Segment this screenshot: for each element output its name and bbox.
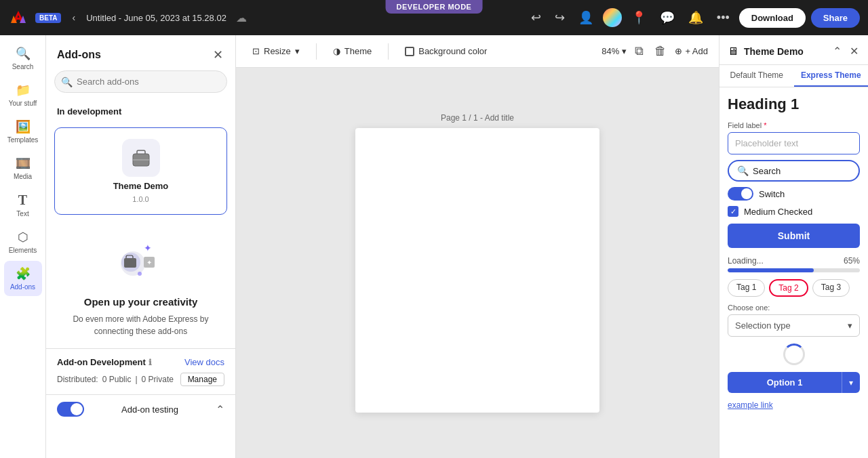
creativity-section: ✦ ✦ Open up your creativity Do even more…	[46, 220, 235, 348]
theme-button[interactable]: ◑ Theme	[328, 43, 377, 59]
tags-row: Tag 1 Tag 2 Tag 3	[728, 279, 860, 297]
tag-1[interactable]: Tag 1	[728, 279, 765, 297]
beta-badge: BETA	[35, 13, 61, 23]
canvas-body: Page 1 / 1 - Add title	[236, 68, 719, 458]
placeholder-input[interactable]	[728, 132, 860, 154]
theme-demo-addon-card[interactable]: Theme Demo 1.0.0	[54, 127, 227, 215]
panel-title: Theme Demo	[744, 46, 826, 57]
sidebar-item-your-stuff[interactable]: 📁 Your stuff	[4, 77, 42, 112]
tag-2[interactable]: Tag 2	[769, 279, 808, 297]
addons-header: Add-ons ✕	[46, 35, 235, 70]
zoom-control[interactable]: 84% ▾	[601, 46, 627, 56]
toolbar-right: 84% ▾ ⧉ 🗑 ⊕ + Add	[601, 41, 708, 61]
addons-title: Add-ons	[57, 49, 101, 61]
location-icon-btn[interactable]: 📍	[627, 6, 650, 29]
switch-row: Switch	[728, 187, 860, 201]
panel-close-button[interactable]: ✕	[848, 43, 860, 59]
creativity-illustration: ✦ ✦	[114, 236, 168, 291]
tab-default-theme[interactable]: Default Theme	[719, 65, 794, 87]
addon-testing-toggle[interactable]	[57, 402, 84, 417]
example-link[interactable]: example link	[728, 400, 773, 410]
undo-button[interactable]: ↩	[527, 6, 545, 29]
resize-button[interactable]: ⊡ Resize ▾	[247, 43, 305, 59]
in-development-label: In development	[46, 101, 235, 122]
addon-briefcase-icon	[127, 144, 155, 171]
addon-dev-section: Add-on Development ℹ View docs Distribut…	[46, 348, 235, 394]
addon-version: 1.0.0	[132, 195, 149, 203]
redo-button[interactable]: ↪	[551, 6, 569, 29]
manage-button[interactable]: Manage	[180, 373, 224, 386]
svg-point-9	[138, 272, 142, 276]
delete-page-button[interactable]: 🗑	[652, 41, 669, 61]
expand-toggle-button[interactable]: ⌃	[216, 403, 224, 416]
comment-icon-btn[interactable]: 💬	[656, 6, 679, 29]
dev-mode-badge: DEVELOPER MODE	[386, 0, 483, 14]
search-field[interactable]: 🔍 Search	[728, 160, 860, 182]
submit-button[interactable]: Submit	[728, 224, 860, 248]
creativity-title: Open up your creativity	[84, 296, 198, 308]
select-chevron-icon: ▾	[848, 320, 852, 331]
back-button[interactable]: ‹	[68, 9, 79, 26]
loading-percent: 65%	[844, 256, 860, 266]
resize-chevron-icon: ▾	[295, 46, 300, 56]
option1-button[interactable]: Option 1	[728, 372, 842, 393]
addons-icon: 🧩	[16, 266, 31, 281]
addons-panel: Add-ons ✕ 🔍 In development Theme Demo 1.…	[46, 35, 236, 458]
share-button[interactable]: Share	[811, 8, 860, 28]
addons-search-wrapper: 🔍	[54, 70, 227, 93]
media-icon: 🎞️	[16, 156, 31, 171]
sidebar-item-media[interactable]: 🎞️ Media	[4, 150, 42, 186]
switch-knob	[741, 188, 752, 199]
addon-dev-header: Add-on Development ℹ View docs	[57, 357, 224, 367]
split-arrow-button[interactable]: ▾	[842, 372, 860, 393]
document-title: Untitled - June 05, 2023 at 15.28.02	[86, 13, 226, 23]
creativity-desc: Do even more with Adobe Express by conne…	[57, 313, 224, 337]
addon-name: Theme Demo	[113, 181, 169, 191]
info-icon[interactable]: ℹ	[149, 358, 152, 367]
addon-icon	[122, 139, 160, 177]
avatar	[603, 8, 622, 27]
sidebar-item-elements[interactable]: ⬡ Elements	[4, 224, 42, 259]
sidebar-item-search[interactable]: 🔍 Search	[4, 41, 42, 76]
progress-bar	[728, 268, 860, 272]
theme-icon: ◑	[333, 46, 340, 56]
addon-testing-row: Add-on testing ⌃	[46, 394, 235, 423]
icon-sidebar: 🔍 Search 📁 Your stuff 🖼️ Templates 🎞️ Me…	[0, 35, 46, 458]
switch-toggle[interactable]	[728, 187, 753, 201]
templates-icon: 🖼️	[16, 119, 31, 134]
duplicate-page-button[interactable]: ⧉	[632, 41, 646, 61]
addons-search-input[interactable]	[54, 70, 227, 93]
canvas-page[interactable]	[355, 128, 599, 413]
field-label-text: Field label *	[728, 121, 860, 129]
checkbox-label: Medium Checked	[744, 207, 812, 217]
search-field-text: Search	[753, 166, 781, 176]
sidebar-item-addons[interactable]: 🧩 Add-ons	[4, 261, 42, 296]
download-button[interactable]: Download	[739, 8, 806, 28]
select-field[interactable]: Selection type ▾	[728, 314, 860, 337]
view-docs-link[interactable]: View docs	[184, 357, 224, 367]
right-panel: 🖥 Theme Demo ⌃ ✕ Default Theme Express T…	[719, 35, 868, 458]
add-button[interactable]: ⊕ + Add	[675, 46, 708, 56]
search-icon: 🔍	[16, 46, 31, 61]
addon-testing-label: Add-on testing	[121, 404, 178, 415]
spinner	[783, 344, 805, 365]
people-icon-btn[interactable]: 👤	[574, 6, 597, 29]
sidebar-item-text[interactable]: T Text	[4, 187, 42, 223]
close-addons-button[interactable]: ✕	[212, 46, 224, 64]
loading-label: Loading...	[728, 256, 764, 266]
more-options-button[interactable]: •••	[713, 7, 734, 29]
topbar-right: ↩ ↪ 👤 📍 💬 🔔 ••• Download Share	[527, 6, 860, 29]
tag-3[interactable]: Tag 3	[812, 279, 850, 297]
svg-text:✦: ✦	[144, 243, 152, 253]
panel-tabs: Default Theme Express Theme	[719, 65, 868, 87]
select-value: Selection type	[735, 320, 791, 331]
right-panel-header: 🖥 Theme Demo ⌃ ✕	[719, 35, 868, 65]
checkbox[interactable]: ✓	[728, 206, 738, 217]
sidebar-item-templates[interactable]: 🖼️ Templates	[4, 114, 42, 149]
tab-express-theme[interactable]: Express Theme	[794, 65, 869, 87]
canvas-area: ⊡ Resize ▾ ◑ Theme Background color 84% …	[236, 35, 719, 458]
panel-collapse-button[interactable]: ⌃	[831, 43, 843, 59]
bell-icon-btn[interactable]: 🔔	[684, 6, 707, 29]
elements-icon: ⬡	[18, 230, 28, 245]
background-color-button[interactable]: Background color	[399, 43, 492, 59]
